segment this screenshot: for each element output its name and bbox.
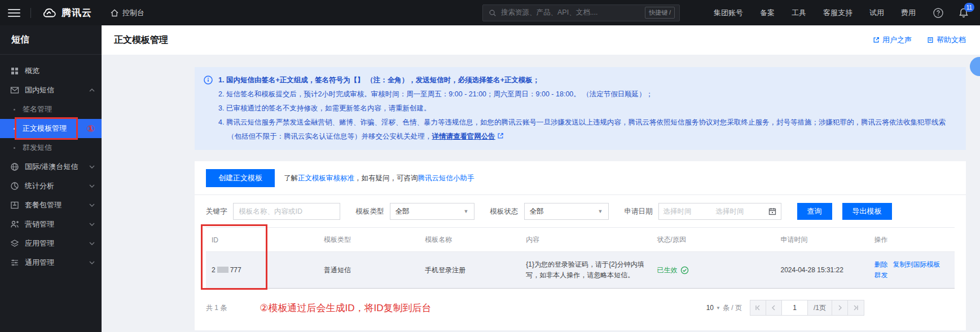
chevron-down-icon (89, 203, 95, 207)
last-page-button[interactable] (848, 300, 864, 315)
status-text: 已生效 (657, 265, 678, 276)
nav-support[interactable]: 客服支持 (823, 8, 852, 18)
tencent-cloud-logo[interactable]: 腾讯云 (41, 6, 92, 19)
page-number-input[interactable] (782, 300, 808, 315)
hamburger-icon[interactable] (8, 9, 20, 17)
sidebar-label-signature: 签名管理 (23, 104, 52, 114)
export-button[interactable]: 导出模板 (842, 203, 892, 220)
col-name: 模板名称 (419, 228, 520, 252)
announcement-link[interactable]: 详情请查看官网公告 (432, 132, 496, 140)
sidebar-item-stats[interactable]: 统计分析 (0, 176, 102, 196)
pagination: /1页 (750, 300, 864, 316)
first-page-button[interactable] (750, 300, 766, 315)
sidebar-item-signature-mgmt[interactable]: 签名管理 (0, 100, 102, 119)
id-prefix: 2 (212, 266, 216, 274)
type-label: 模板类型 (356, 207, 384, 216)
id-suffix: 777 (230, 266, 241, 274)
keyword-input[interactable] (233, 203, 340, 220)
page-size-unit: 条 / 页 (723, 303, 742, 313)
support-icon[interactable] (933, 7, 944, 19)
date-label: 申请日期 (625, 207, 653, 216)
date-range-picker[interactable]: 选择时间 选择时间 (658, 203, 781, 220)
review-standard-link[interactable]: 正文模板审核标准 (298, 174, 354, 182)
search-button[interactable]: 查询 (797, 203, 832, 220)
annotation-step2-text: ②模板通过后会生成ID，将ID复制到后台 (260, 302, 431, 315)
sidebar-item-bulk-sms[interactable]: 群发短信 (0, 138, 102, 157)
help-docs-label: 帮助文档 (937, 35, 966, 45)
sidebar-item-domestic-sms[interactable]: 国内短信 (0, 81, 102, 100)
total-pages-label: /1页 (808, 300, 832, 315)
divider (195, 194, 966, 195)
toolbar: 创建正文模板 了解正文模板审核标准，如有疑问，可咨询腾讯云短信小助手 (206, 169, 955, 187)
global-search[interactable]: 搜索资源、产品、API、文档.... 快捷键 / (482, 5, 680, 21)
nav-tools[interactable]: 工具 (792, 8, 806, 18)
sidebar-label-package: 套餐包管理 (25, 200, 61, 210)
sidebar-title: 短信 (0, 25, 102, 55)
notice-line-4-text: 4. 腾讯云短信服务严禁发送金融营销、赌博、诈骗、淫秽、色情、暴力等违规信息，如… (218, 118, 946, 140)
topbar-icons: 11 (933, 7, 969, 19)
notification-badge: 11 (964, 3, 974, 12)
nav-billing[interactable]: 费用 (901, 8, 916, 18)
bulk-send-link[interactable]: 群发 (874, 271, 887, 279)
delete-link[interactable]: 删除 (874, 260, 887, 268)
chevron-right-icon (838, 305, 842, 311)
chevron-down-icon (89, 184, 95, 188)
sidebar-item-intl-sms[interactable]: 国际/港澳台短信 (0, 157, 102, 176)
mail-icon (10, 86, 19, 95)
notifications[interactable]: 11 (959, 7, 969, 18)
sidebar-label-bulk: 群发短信 (23, 143, 52, 153)
annotation-step1-number: ① (87, 123, 95, 135)
sidebar-item-package-mgmt[interactable]: 套餐包管理 (0, 196, 102, 215)
sliders-icon (10, 258, 19, 267)
chevron-down-icon: ▼ (716, 306, 720, 311)
external-link-icon (497, 132, 504, 139)
hint-prefix: 了解 (284, 174, 298, 182)
user-voice-link[interactable]: 用户之声 (871, 35, 912, 45)
nav-icp[interactable]: 备案 (760, 8, 775, 18)
cell-status: 已生效 (652, 252, 775, 289)
sidebar-item-marketing-mgmt[interactable]: 营销管理 (0, 215, 102, 234)
cell-actions: 删除复制到国际模板群发 (868, 252, 955, 289)
help-docs-link[interactable]: 帮助文档 (925, 35, 966, 45)
chevron-up-icon (89, 88, 95, 92)
hint-mid: ，如有疑问，可咨询 (354, 174, 418, 182)
prev-page-button[interactable] (766, 300, 782, 315)
shortcut-badge: 快捷键 / (645, 7, 675, 19)
copy-to-intl-link[interactable]: 复制到国际模板 (893, 260, 940, 268)
create-template-button[interactable]: 创建正文模板 (206, 169, 275, 187)
marketing-person-icon (10, 220, 19, 229)
sms-assistant-link[interactable]: 腾讯云短信小助手 (418, 174, 474, 182)
page-size-select[interactable]: 10 ▼ 条 / 页 (706, 303, 742, 313)
notice-line-1: 1. 国内短信由签名+正文组成，签名符号为【】 （注：全角），发送短信时，必须选… (218, 73, 956, 87)
sidebar-item-template-mgmt[interactable]: 正文模板管理 ① (0, 119, 102, 138)
type-select-value: 全部 (395, 207, 410, 216)
chevron-down-icon (89, 165, 95, 169)
type-select[interactable]: 全部 ▼ (390, 203, 474, 220)
table-footer: 共 1 条 ②模板通过后会生成ID，将ID复制到后台 10 ▼ 条 / 页 (206, 300, 955, 316)
chevron-down-icon (89, 223, 95, 226)
sidebar-item-app-mgmt[interactable]: 应用管理 (0, 234, 102, 253)
nav-group-account[interactable]: 集团账号 (714, 8, 743, 18)
search-icon (489, 9, 496, 17)
status-select[interactable]: 全部 ▼ (524, 203, 609, 220)
cell-name: 手机登录注册 (419, 252, 520, 289)
sidebar: 短信 概览 国内短信 签名管理 (0, 25, 102, 332)
sidebar-item-overview[interactable]: 概览 (0, 61, 102, 81)
sidebar-label-stats: 统计分析 (25, 181, 54, 191)
content-area: 1. 国内短信由签名+正文组成，签名符号为【】 （注：全角），发送短信时，必须选… (102, 55, 980, 332)
console-label: 控制台 (122, 8, 144, 18)
chevron-down-icon (89, 261, 95, 264)
nav-trial[interactable]: 试用 (869, 8, 884, 18)
home-icon (110, 8, 119, 17)
sidebar-item-general-mgmt[interactable]: 通用管理 (0, 253, 102, 272)
layers-icon (10, 239, 19, 248)
next-page-button[interactable] (832, 300, 848, 315)
console-link[interactable]: 控制台 (110, 8, 144, 18)
chevron-left-icon (771, 305, 776, 311)
chevron-down-icon: ▼ (464, 209, 469, 214)
col-actions: 操作 (868, 228, 955, 252)
globe-icon (10, 162, 19, 171)
header-links: 用户之声 帮助文档 (871, 35, 966, 45)
sidebar-label-domestic: 国内短信 (25, 85, 54, 95)
sidebar-label-general: 通用管理 (25, 258, 54, 268)
